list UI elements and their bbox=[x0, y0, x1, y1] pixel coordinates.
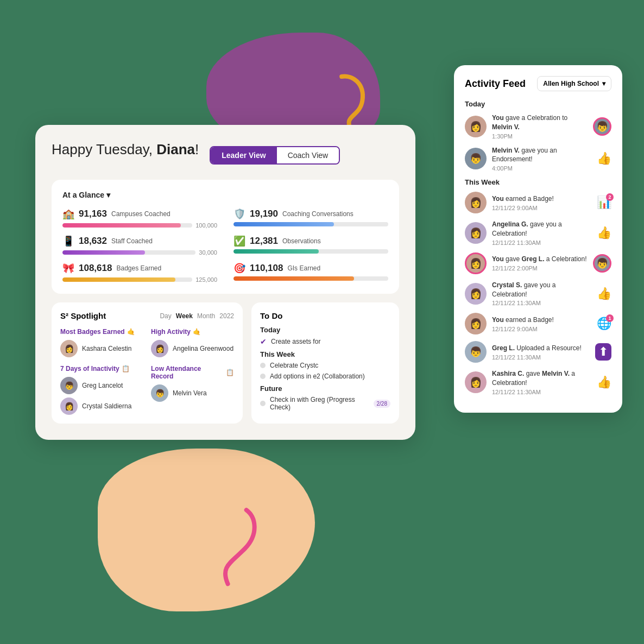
feed-time-4: 12/11/22 11:30AM bbox=[492, 239, 591, 246]
todo-item-create-assets[interactable]: ✔ Create assets for bbox=[260, 337, 390, 346]
period-week[interactable]: Week bbox=[176, 312, 193, 320]
greg-l-name: Greg Lancelot bbox=[82, 382, 123, 389]
spotlight-card: S² Spotlight Day Week Month 2022 Most Ba… bbox=[52, 302, 243, 424]
glance-grid: 🏫 91,163 Campuses Coached 100,000 🛡️ 19,… bbox=[62, 208, 388, 283]
todo-title: To Do bbox=[260, 311, 390, 320]
spotlight-low-attendance: Low Attendance Record 📋 👦 Melvin Vera bbox=[151, 365, 234, 415]
coaching-progress-bg bbox=[233, 222, 388, 226]
todo-item-checkin[interactable]: Check in with Greg (Progress Check) 2/28 bbox=[260, 396, 390, 411]
todo-today-label: Today bbox=[260, 326, 390, 334]
obs-icon: ✅ bbox=[233, 235, 245, 247]
feed-avatar-greg-l: 👦 bbox=[465, 341, 487, 363]
period-day[interactable]: Day bbox=[160, 312, 171, 320]
staff-label: Staff Coached bbox=[111, 237, 153, 245]
badge-icon-wrapper-2: 🌐 1 bbox=[597, 317, 611, 331]
most-badges-person: 👩 Kashara Celestin bbox=[60, 340, 143, 357]
melvin-v-avatar: 👦 bbox=[151, 384, 168, 402]
high-activity-title: High Activity 🤙 bbox=[151, 328, 234, 336]
obs-progress-bg bbox=[233, 249, 388, 254]
thumbs-up-icon-4: 👍 bbox=[597, 226, 611, 240]
feed-target-avatar-melvin: 👦 bbox=[593, 117, 611, 136]
greg-l-avatar: 👦 bbox=[60, 377, 78, 394]
feed-content-3: You earned a Badge! 12/11/22 9:00AM bbox=[492, 194, 591, 211]
feed-item-celebration-melvin: 👩 You gave a Celebration to Melvin V. 1:… bbox=[465, 113, 611, 140]
feed-text-4: Angelina G. gave you a Celebration! bbox=[492, 220, 591, 238]
upload-icon: ⬆ bbox=[595, 343, 611, 361]
todo-dot-options bbox=[260, 374, 266, 379]
feed-text-1: You gave a Celebration to Melvin V. bbox=[492, 113, 588, 132]
feed-time-7: 12/11/22 9:00AM bbox=[492, 326, 591, 332]
badge-count-1: 2 bbox=[606, 193, 614, 201]
feed-item-angelina-celebration: 👩 Angelina G. gave you a Celebration! 12… bbox=[465, 220, 611, 246]
activity-title: Activity Feed bbox=[465, 78, 526, 90]
inactivity-emoji: 📋 bbox=[122, 365, 130, 372]
spotlight-grid: Most Badges Earned 🤙 👩 Kashara Celestin … bbox=[60, 328, 234, 415]
feed-content-1: You gave a Celebration to Melvin V. 1:30… bbox=[492, 113, 588, 140]
coach-view-tab[interactable]: Coach View bbox=[277, 147, 339, 163]
leader-view-tab[interactable]: Leader View bbox=[211, 147, 276, 163]
feed-content-8: Greg L. Uploaded a Resource! 12/11/22 11… bbox=[492, 344, 590, 361]
feed-avatar-kashira: 👩 bbox=[465, 371, 487, 393]
staff-progress-fill bbox=[62, 250, 145, 255]
campus-progress-fill bbox=[62, 223, 181, 228]
kashara-avatar: 👩 bbox=[60, 340, 78, 357]
spotlight-title: S² Spotlight bbox=[60, 311, 106, 320]
feed-avatar-you-4: 👩 bbox=[465, 313, 487, 334]
todo-item-celebrate[interactable]: Celebrate Crystc bbox=[260, 362, 390, 369]
feed-content-7: You earned a Badge! 12/11/22 9:00AM bbox=[492, 315, 591, 332]
low-attendance-emoji: 📋 bbox=[226, 369, 234, 376]
glance-item-campuses: 🏫 91,163 Campuses Coached 100,000 bbox=[62, 208, 217, 229]
melvin-v-name: Melvin Vera bbox=[173, 389, 207, 397]
feed-item-crystal-celebration: 👩 Crystal S. gave you a Celebration! 12/… bbox=[465, 281, 611, 307]
feed-week-label: This Week bbox=[465, 178, 611, 186]
campus-icon: 🏫 bbox=[62, 208, 74, 220]
high-activity-person: 👩 Angelina Greenwood bbox=[151, 340, 234, 357]
feed-content-6: Crystal S. gave you a Celebration! 12/11… bbox=[492, 281, 591, 307]
greg-l-person: 👦 Greg Lancelot bbox=[60, 377, 143, 394]
feed-item-greg-upload: 👦 Greg L. Uploaded a Resource! 12/11/22 … bbox=[465, 341, 611, 363]
obs-progress-fill bbox=[233, 249, 319, 254]
glance-item-observations: ✅ 12,381 Observations bbox=[233, 235, 388, 256]
glance-item-coaching: 🛡️ 19,190 Coaching Conversations bbox=[233, 208, 388, 229]
todo-options-text: Add options in e2 (Collaboration) bbox=[270, 372, 365, 380]
staff-progress-bg bbox=[62, 250, 195, 255]
greeting-prefix: Happy Tuesday, bbox=[52, 141, 156, 157]
coaching-number: 19,190 bbox=[250, 209, 278, 219]
feed-target-avatar-greg: 👦 bbox=[593, 254, 611, 273]
feed-content-4: Angelina G. gave you a Celebration! 12/1… bbox=[492, 220, 591, 246]
badge-count-2: 1 bbox=[606, 314, 614, 322]
feed-content-5: You gave Greg L. a Celebration! 12/11/22… bbox=[492, 255, 588, 272]
coaching-progress-fill bbox=[233, 222, 334, 226]
feed-time-8: 12/11/22 11:30AM bbox=[492, 354, 590, 361]
crystal-s-avatar: 👩 bbox=[60, 397, 78, 415]
feed-text-7: You earned a Badge! bbox=[492, 315, 591, 325]
at-a-glance-title[interactable]: At a Glance ▾ bbox=[62, 191, 388, 199]
view-toggle[interactable]: Leader View Coach View bbox=[210, 146, 340, 165]
thumbs-up-icon-2: 👍 bbox=[597, 151, 611, 166]
staff-target: 30,000 bbox=[199, 249, 217, 256]
badge-label: Badges Earned bbox=[116, 264, 161, 272]
period-year[interactable]: 2022 bbox=[219, 312, 234, 320]
feed-text-6: Crystal S. gave you a Celebration! bbox=[492, 281, 591, 299]
feed-time-1: 1:30PM bbox=[492, 133, 588, 140]
badge-icon: 🎀 bbox=[62, 262, 74, 274]
feed-content-9: Kashira C. gave Melvin V. a Celebration!… bbox=[492, 369, 591, 395]
chevron-down-icon: ▾ bbox=[602, 80, 605, 87]
period-month[interactable]: Month bbox=[197, 312, 215, 320]
obs-number: 12,381 bbox=[250, 236, 278, 247]
feed-content-2: Melvin V. gave you an Endorsement! 4:00P… bbox=[492, 146, 591, 172]
spotlight-most-badges: Most Badges Earned 🤙 👩 Kashara Celestin bbox=[60, 328, 143, 357]
todo-item-options[interactable]: Add options in e2 (Collaboration) bbox=[260, 372, 390, 380]
feed-text-9: Kashira C. gave Melvin V. a Celebration! bbox=[492, 369, 591, 388]
kashara-name: Kashara Celestin bbox=[82, 345, 131, 352]
greeting-name: Diana bbox=[156, 141, 195, 157]
feed-today-label: Today bbox=[465, 100, 611, 108]
school-selector[interactable]: Allen High School ▾ bbox=[537, 76, 611, 91]
bottom-section: S² Spotlight Day Week Month 2022 Most Ba… bbox=[52, 302, 399, 424]
gis-progress-bg bbox=[233, 276, 388, 281]
obs-label: Observations bbox=[282, 237, 321, 245]
feed-time-6: 12/11/22 11:30AM bbox=[492, 300, 591, 306]
todo-future-label: Future bbox=[260, 384, 390, 393]
badge-progress-fill bbox=[62, 277, 175, 282]
todo-checkin-text: Check in with Greg (Progress Check) bbox=[270, 396, 369, 411]
